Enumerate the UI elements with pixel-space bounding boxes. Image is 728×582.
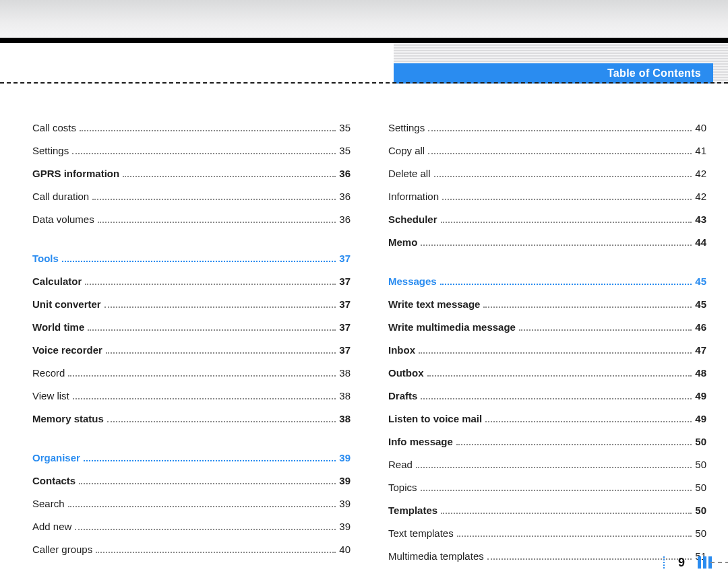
toc-entry-page: 45 [695, 299, 706, 309]
dot-leader [62, 261, 336, 262]
toc-columns: Call costs35Settings35GPRS information36… [32, 123, 706, 574]
toc-entry-label: Calculator [32, 276, 82, 286]
toc-entry: Call duration36 [32, 191, 351, 202]
toc-entry: Organiser39 [32, 453, 351, 463]
dot-leader [72, 153, 336, 154]
toc-entry: View list38 [32, 391, 351, 401]
toc-entry-label: Delete all [388, 168, 431, 179]
toc-entry-label: World time [32, 322, 84, 332]
dot-leader [457, 536, 692, 537]
toc-right-column: Settings40Copy all41Delete all42Informat… [388, 123, 706, 574]
dot-leader [68, 375, 336, 377]
toc-entry-label: Record [32, 368, 65, 378]
dot-leader [75, 529, 336, 530]
toc-entry-label: Call costs [32, 123, 76, 133]
toc-entry: Write text message45 [388, 299, 706, 310]
toc-entry-label: Tools [32, 253, 59, 263]
toc-entry-label: Organiser [32, 453, 80, 463]
toc-entry-label: Contacts [32, 476, 75, 486]
dot-leader [441, 513, 692, 514]
toc-entry-label: Scheduler [388, 214, 437, 224]
toc-entry: Add new39 [32, 521, 351, 532]
toc-entry-label: Templates [388, 505, 437, 515]
toc-entry-page: 38 [339, 368, 351, 378]
toc-entry-page: 42 [695, 168, 706, 179]
toc-entry-page: 39 [339, 498, 351, 509]
dot-leader [421, 245, 692, 246]
page-number: 9 [678, 556, 685, 570]
dot-leader [434, 176, 692, 177]
toc-entry: Memo44 [388, 237, 706, 248]
toc-entry: Unit converter37 [32, 299, 351, 310]
toc-entry-label: Messages [388, 276, 437, 286]
section-title: Table of Contents [607, 67, 701, 79]
toc-entry-label: Info message [388, 437, 453, 447]
dot-leader [107, 421, 336, 422]
toc-entry: Contacts39 [32, 476, 351, 486]
dot-leader [84, 460, 336, 461]
toc-entry-label: Drafts [388, 391, 417, 401]
toc-entry: Settings35 [32, 146, 351, 156]
toc-entry: Memory status38 [32, 414, 351, 424]
toc-entry-label: Call duration [32, 191, 89, 201]
page: { "header": { "title": "Table of Content… [0, 0, 728, 582]
toc-entry-label: Write text message [388, 299, 480, 309]
dot-leader [519, 329, 692, 331]
dot-leader [421, 398, 692, 399]
toc-entry: Listen to voice mail49 [388, 414, 706, 424]
dot-leader [68, 506, 336, 507]
toc-entry: Delete all42 [388, 168, 706, 179]
toc-entry-label: Listen to voice mail [388, 414, 482, 424]
page-number-separator [663, 556, 665, 569]
dot-leader [442, 199, 692, 200]
dot-leader [483, 306, 692, 308]
dot-leader [85, 284, 336, 285]
toc-entry: Copy all41 [388, 146, 706, 156]
toc-gap [388, 260, 706, 276]
toc-entry-page: 37 [339, 345, 351, 355]
dot-leader [88, 329, 336, 331]
toc-entry: Read50 [388, 459, 706, 470]
toc-entry: Record38 [32, 368, 351, 379]
dot-leader [104, 306, 336, 308]
toc-entry: Messages45 [388, 276, 706, 287]
black-bar [0, 38, 728, 43]
toc-entry-label: Data volumes [32, 214, 94, 224]
toc-entry-page: 38 [339, 391, 351, 401]
toc-entry-page: 48 [695, 368, 706, 378]
toc-entry-page: 37 [339, 322, 351, 332]
toc-entry: Drafts49 [388, 391, 706, 401]
toc-entry-label: Settings [32, 146, 69, 156]
toc-entry: Text templates50 [388, 528, 706, 539]
dot-leader [428, 130, 692, 131]
toc-entry: World time37 [32, 322, 351, 333]
toc-entry-label: Topics [388, 482, 417, 492]
toc-entry-page: 39 [339, 453, 351, 463]
toc-entry: Inbox47 [388, 345, 706, 356]
toc-entry-page: 41 [695, 146, 706, 156]
toc-entry: Voice recorder37 [32, 345, 351, 356]
toc-entry: Topics50 [388, 482, 706, 493]
toc-entry: Data volumes36 [32, 214, 351, 225]
toc-entry-page: 44 [695, 237, 706, 247]
toc-entry-page: 50 [695, 505, 706, 515]
toc-left-column: Call costs35Settings35GPRS information36… [32, 123, 351, 574]
header-gradient [0, 0, 728, 38]
dot-leader [441, 222, 692, 223]
toc-entry-label: Search [32, 498, 65, 509]
toc-entry: Tools37 [32, 253, 351, 264]
toc-entry-label: Unit converter [32, 299, 101, 309]
dot-leader [80, 130, 336, 131]
dot-leader [106, 352, 336, 354]
toc-entry-page: 49 [695, 391, 706, 401]
dot-leader [416, 467, 692, 468]
toc-entry-label: Voice recorder [32, 345, 102, 355]
toc-entry-label: Write multimedia message [388, 322, 516, 332]
toc-entry: GPRS information36 [32, 168, 351, 179]
toc-entry-page: 42 [695, 191, 706, 201]
toc-entry-label: Memo [388, 237, 417, 247]
dot-leader [92, 199, 336, 200]
toc-entry: Call costs35 [32, 123, 351, 133]
toc-entry-label: Information [388, 191, 439, 201]
toc-entry-label: Settings [388, 123, 425, 133]
